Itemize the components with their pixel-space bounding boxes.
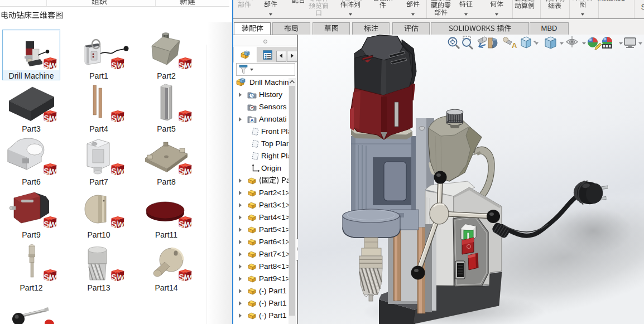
svg-text:A: A [250,118,253,123]
svg-text:A: A [512,41,517,50]
